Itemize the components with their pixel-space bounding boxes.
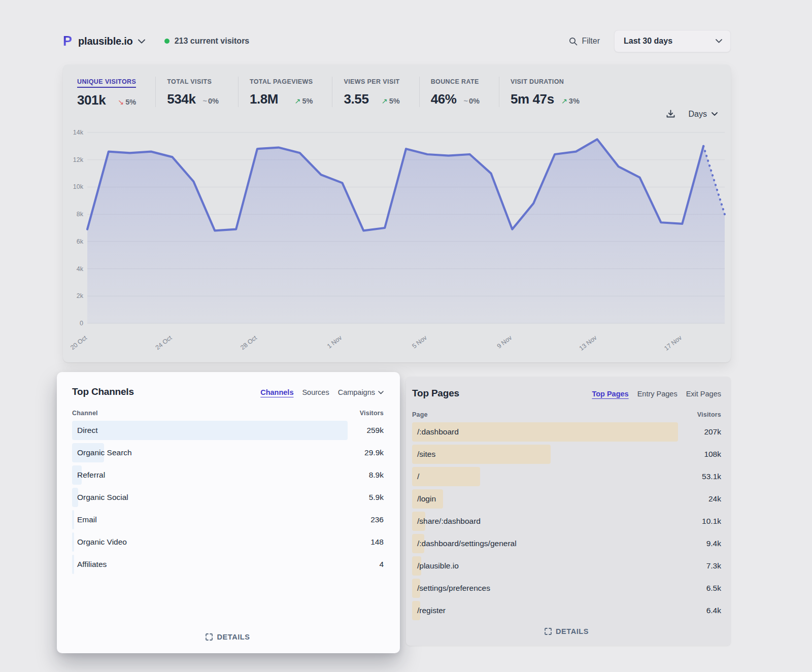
table-row[interactable]: Organic Search 29.9k: [72, 442, 384, 464]
row-label[interactable]: /settings/preferences: [412, 584, 490, 593]
download-icon[interactable]: [666, 109, 675, 119]
tab-sources[interactable]: Sources: [302, 388, 329, 396]
top-channels-columns: Channel Visitors: [72, 410, 384, 417]
table-row[interactable]: /settings/preferences 6.5k: [412, 577, 721, 599]
row-bar: [412, 467, 480, 486]
row-value: 148: [370, 537, 384, 547]
row-value: 259k: [366, 426, 384, 435]
table-row[interactable]: /login 24k: [412, 488, 721, 510]
trend-icon: ↗: [294, 97, 300, 105]
table-row[interactable]: Affiliates 4: [72, 553, 384, 576]
stat-visit-duration[interactable]: VISIT DURATION 5m 47s ↗3%: [499, 77, 599, 107]
stat-label: UNIQUE VISITORS: [77, 78, 136, 88]
table-row[interactable]: Email 236: [72, 509, 384, 531]
pages-details-button[interactable]: DETAILS: [539, 624, 594, 639]
table-row[interactable]: /plausible.io 7.3k: [412, 555, 721, 577]
tab-top-pages[interactable]: Top Pages: [592, 390, 628, 398]
row-label[interactable]: /:dashboard/settings/general: [412, 539, 517, 548]
table-row[interactable]: /:dashboard 207k: [412, 421, 721, 443]
row-label[interactable]: /:dashboard: [412, 427, 459, 436]
site-name[interactable]: plausible.io: [78, 36, 133, 47]
row-label[interactable]: Organic Video: [72, 537, 127, 547]
stat-views-per-visit[interactable]: VIEWS PER VISIT 3.55 ↗5%: [332, 77, 419, 107]
stat-delta: ↗5%: [294, 97, 313, 105]
y-tick-label: 4k: [77, 265, 84, 273]
row-label[interactable]: Email: [72, 515, 97, 524]
channels-details-button[interactable]: DETAILS: [200, 630, 255, 644]
x-tick-label: 13 Nov: [578, 334, 598, 352]
stat-label: BOUNCE RATE: [431, 78, 479, 87]
tab-entry-pages[interactable]: Entry Pages: [637, 390, 678, 398]
top-pages-rows: /:dashboard 207k /sites 108k / 53.1k /lo…: [412, 421, 721, 622]
row-value: 236: [370, 515, 384, 524]
table-row[interactable]: /register 6.4k: [412, 599, 721, 622]
visitors-chart-svg: 02k4k6k8k10k12k14k20 Oct24 Oct28 Oct1 No…: [70, 126, 727, 356]
expand-icon: [206, 633, 213, 641]
row-label[interactable]: Organic Search: [72, 448, 132, 457]
table-row[interactable]: /sites 108k: [412, 443, 721, 465]
row-label[interactable]: /: [412, 472, 419, 481]
expand-icon: [545, 628, 552, 635]
stat-label: TOTAL VISITS: [167, 78, 212, 87]
table-row[interactable]: Organic Social 5.9k: [72, 486, 384, 509]
row-value: 5.9k: [369, 493, 384, 502]
filter-button[interactable]: Filter: [569, 37, 600, 46]
row-value: 8.9k: [369, 471, 384, 480]
stat-delta: ~0%: [463, 97, 479, 105]
stat-delta: ↗5%: [382, 97, 400, 105]
row-label[interactable]: Direct: [72, 426, 97, 435]
interval-chevron-icon: [712, 112, 718, 116]
stat-value: 46%: [431, 91, 457, 107]
row-label[interactable]: /plausible.io: [412, 561, 459, 570]
stat-total-pageviews[interactable]: TOTAL PAGEVIEWS 1.8M ↗5%: [238, 77, 332, 107]
table-row[interactable]: Direct 259k: [72, 419, 384, 442]
tab-channels[interactable]: Channels: [260, 388, 293, 396]
interval-select[interactable]: Days: [689, 110, 718, 119]
column-visitors: Visitors: [697, 411, 721, 418]
row-value: 29.9k: [364, 448, 384, 457]
chevron-down-icon: [378, 391, 384, 394]
trend-icon: ~: [202, 97, 206, 105]
row-label[interactable]: Referral: [72, 471, 105, 480]
row-label[interactable]: /login: [412, 494, 436, 503]
y-tick-label: 8k: [77, 211, 84, 218]
row-value: 4: [379, 560, 384, 569]
x-tick-label: 1 Nov: [326, 334, 344, 350]
table-row[interactable]: Referral 8.9k: [72, 464, 384, 486]
stat-bounce-rate[interactable]: BOUNCE RATE 46% ~0%: [419, 77, 499, 107]
stat-label: TOTAL PAGEVIEWS: [250, 78, 313, 87]
current-visitors-label: 213 current visitors: [175, 37, 250, 46]
row-label[interactable]: Organic Social: [72, 493, 128, 502]
x-tick-label: 20 Oct: [69, 334, 88, 351]
stat-total-visits[interactable]: TOTAL VISITS 534k ~0%: [155, 77, 238, 107]
row-value: 207k: [704, 427, 721, 436]
top-pages-tabs: Top Pages Entry Pages Exit Pages: [592, 390, 721, 398]
row-label[interactable]: /register: [412, 606, 446, 615]
row-label[interactable]: Affiliates: [72, 560, 107, 569]
trend-icon: ~: [463, 97, 467, 105]
date-range-value: Last 30 days: [624, 37, 672, 46]
date-range-select[interactable]: Last 30 days: [614, 30, 731, 52]
stat-unique-visitors[interactable]: UNIQUE VISITORS 301k ↘5%: [63, 77, 155, 108]
stat-label: VIEWS PER VISIT: [344, 78, 399, 87]
x-tick-label: 17 Nov: [663, 334, 683, 352]
table-row[interactable]: /:dashboard/settings/general 9.4k: [412, 532, 721, 555]
column-visitors: Visitors: [360, 410, 384, 417]
site-switcher-chevron-icon[interactable]: [138, 39, 145, 44]
table-row[interactable]: / 53.1k: [412, 465, 721, 488]
live-dot-icon: [164, 39, 170, 44]
chart-area-fill: [87, 139, 725, 323]
x-tick-label: 28 Oct: [239, 334, 258, 351]
table-row[interactable]: /share/:dashboard 10.1k: [412, 510, 721, 532]
row-label[interactable]: /share/:dashboard: [412, 517, 481, 526]
stat-delta: ↗3%: [561, 97, 580, 105]
tab-exit-pages[interactable]: Exit Pages: [686, 390, 721, 398]
search-icon: [569, 37, 578, 46]
plausible-logo-icon: P: [63, 35, 72, 48]
stat-value: 534k: [167, 91, 195, 107]
current-visitors[interactable]: 213 current visitors: [164, 37, 250, 46]
row-label[interactable]: /sites: [412, 450, 435, 459]
tab-campaigns[interactable]: Campaigns: [338, 388, 384, 396]
table-row[interactable]: Organic Video 148: [72, 531, 384, 553]
top-channels-tabs: Channels Sources Campaigns: [260, 388, 384, 396]
